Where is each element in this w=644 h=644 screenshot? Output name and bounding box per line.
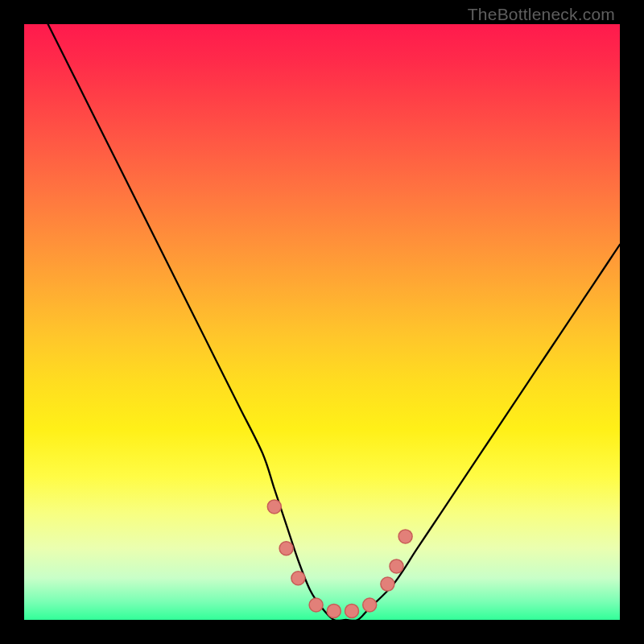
plot-area [24, 24, 620, 620]
bottleneck-curve-path [48, 24, 620, 620]
curve-marker [291, 572, 305, 585]
curve-layer [24, 24, 620, 620]
chart-frame: TheBottleneck.com [0, 0, 644, 644]
curve-marker [363, 598, 377, 612]
curve-marker [390, 559, 403, 573]
curve-marker [309, 598, 323, 612]
curve-marker [327, 604, 341, 617]
curve-marker [345, 604, 359, 617]
curve-markers [267, 500, 412, 618]
curve-marker [279, 542, 293, 555]
curve-marker [267, 500, 281, 514]
curve-marker [381, 577, 394, 591]
watermark-text: TheBottleneck.com [468, 5, 615, 24]
curve-marker [398, 530, 412, 543]
